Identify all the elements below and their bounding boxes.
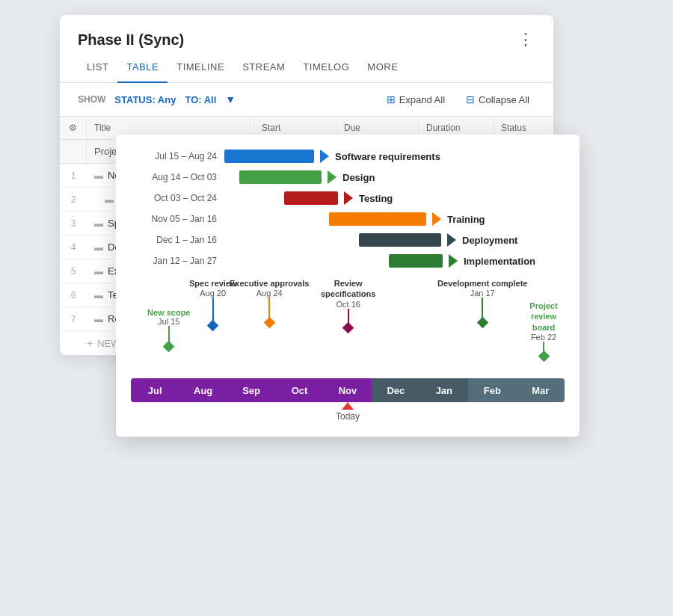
collapse-all-button[interactable]: ⊟ Collapse All	[460, 90, 535, 108]
milestone-diamond	[538, 351, 550, 363]
milestone-review-specs: Reviewspecifications Oct 16	[321, 278, 375, 332]
gantt-bar-wrap: Software requirements	[224, 150, 565, 163]
month-cell: Sep	[227, 378, 275, 402]
gantt-label: Implementation	[464, 256, 535, 267]
gantt-row-implementation: Jan 12 – Jan 27 Implementation	[131, 254, 565, 268]
row-number: 5	[60, 260, 87, 283]
named-milestone-new-scope: New scope Jul 15	[147, 308, 190, 351]
milestone-exec-approvals: Executive approvals Aug 24	[230, 278, 309, 327]
status-filter[interactable]: STATUS: Any	[114, 94, 176, 105]
gantt-date-range: Jul 15 – Aug 24	[131, 151, 217, 161]
milestone-line	[268, 298, 270, 318]
task-icon: ▬	[94, 218, 103, 229]
tab-list[interactable]: LIST	[78, 52, 117, 83]
milestone-diamond	[207, 320, 219, 332]
gantt-bar	[389, 254, 443, 268]
today-triangle	[342, 402, 354, 410]
gantt-label: Deployment	[462, 235, 517, 246]
month-bar: Jul Aug Sep Oct Nov Dec Jan Feb Mar	[131, 378, 565, 402]
row-number: 6	[60, 284, 87, 307]
gantt-row-design: Aug 14 – Oct 03 Design	[131, 170, 565, 184]
project-num	[60, 140, 87, 163]
month-cell: Feb	[468, 378, 516, 402]
gantt-label: Testing	[359, 193, 393, 204]
milestone-date: Jan 17	[470, 289, 495, 298]
gantt-date-range: Aug 14 – Oct 03	[131, 172, 217, 182]
task-icon: ▬	[94, 170, 103, 181]
milestone-diamond	[342, 321, 354, 333]
gantt-row-deployment: Dec 1 – Jan 16 Deployment	[131, 233, 565, 247]
month-cell: Nov	[324, 378, 372, 402]
window-title: Phase II (Sync)	[78, 31, 184, 49]
gantt-date-range: Nov 05 – Jan 16	[131, 214, 217, 224]
gantt-bar	[239, 170, 322, 184]
settings-icon[interactable]: ⚙	[60, 117, 87, 139]
header: Phase II (Sync) ⋮	[60, 15, 553, 49]
gantt-label: Design	[342, 172, 375, 183]
show-label: SHOW	[78, 94, 105, 105]
row-number: 7	[60, 308, 87, 330]
row-number: 1	[60, 164, 87, 187]
gantt-bars: Jul 15 – Aug 24 Software requirements Au…	[131, 150, 565, 268]
gantt-bar	[224, 150, 314, 163]
tab-bar: LIST TABLE TIMELINE STREAM TIMELOG MORE	[60, 52, 553, 83]
gantt-bar-wrap: Testing	[284, 191, 565, 205]
tab-table[interactable]: TABLE	[117, 52, 168, 83]
toolbar: SHOW STATUS: Any TO: All ▼ ⊞ Expand All …	[60, 83, 553, 117]
gantt-bar	[359, 233, 441, 247]
milestone-diamond	[263, 317, 275, 329]
milestone-line	[482, 298, 483, 318]
today-label: Today	[336, 411, 360, 422]
milestone-label: Executive approvals	[230, 278, 309, 289]
month-cell: Jul	[131, 378, 179, 402]
gantt-bar-wrap: Deployment	[359, 233, 565, 247]
milestone-label: New scope	[147, 308, 190, 317]
task-icon: ▬	[94, 290, 103, 301]
milestone-label: Development complete	[437, 278, 527, 289]
gantt-label: Training	[447, 214, 485, 225]
month-cell: Mar	[517, 378, 565, 402]
today-marker: Today	[336, 402, 360, 422]
filter-icon[interactable]: ▼	[225, 93, 236, 105]
collapse-icon: ⊟	[466, 93, 475, 105]
gantt-bar	[284, 191, 338, 205]
gantt-arrow	[447, 233, 456, 247]
plus-icon: +	[87, 337, 93, 349]
milestone-date: Jul 15	[158, 317, 179, 326]
milestone-date: Aug 24	[256, 289, 283, 298]
gantt-arrow	[449, 254, 458, 268]
gantt-date-range: Jan 12 – Jan 27	[131, 256, 217, 266]
milestone-dev-complete: Development complete Jan 17	[437, 278, 527, 327]
gantt-row-software-requirements: Jul 15 – Aug 24 Software requirements	[131, 150, 565, 163]
named-milestone-project-review: Project reviewboard Feb 22	[523, 301, 565, 360]
gantt-bar-wrap: Design	[239, 170, 565, 184]
tab-timelog[interactable]: TIMELOG	[294, 52, 358, 83]
task-icon: ▬	[94, 242, 103, 253]
tab-timeline[interactable]: TIMELINE	[168, 52, 233, 83]
today-marker-area: Today	[131, 402, 565, 425]
gantt-bar-wrap: Implementation	[389, 254, 565, 268]
gantt-arrow	[320, 150, 329, 163]
tab-more[interactable]: MORE	[358, 52, 407, 83]
row-number: 2	[60, 188, 87, 211]
milestone-label: Reviewspecifications	[321, 278, 375, 300]
gantt-arrow	[328, 170, 336, 184]
milestone-date: Oct 16	[336, 300, 360, 309]
to-filter[interactable]: TO: All	[185, 94, 216, 105]
month-cell: Dec	[372, 378, 420, 402]
gantt-row-testing: Oct 03 – Oct 24 Testing	[131, 191, 565, 205]
milestone-line	[212, 298, 214, 321]
gantt-date-range: Oct 03 – Oct 24	[131, 193, 217, 203]
gantt-arrow	[432, 212, 441, 226]
more-menu-icon[interactable]: ⋮	[517, 30, 535, 49]
tab-stream[interactable]: STREAM	[233, 52, 294, 83]
milestone-date: Feb 22	[531, 333, 556, 342]
expand-all-button[interactable]: ⊞ Expand All	[381, 90, 451, 108]
row-number: 4	[60, 236, 87, 259]
gantt-date-range: Dec 1 – Jan 16	[131, 235, 217, 245]
milestone-label: Project reviewboard	[523, 301, 565, 333]
milestone-diamond	[163, 341, 175, 353]
gantt-bar-wrap: Training	[329, 212, 565, 226]
milestone-diamond	[476, 317, 488, 329]
gantt-row-training: Nov 05 – Jan 16 Training	[131, 212, 565, 226]
